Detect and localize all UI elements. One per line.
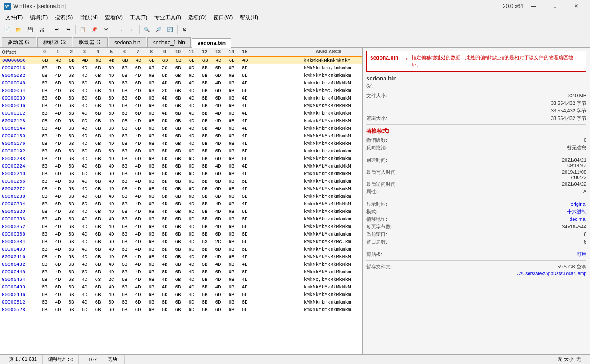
byte-cell[interactable]: 4D — [51, 141, 65, 146]
byte-cell[interactable]: 6B — [145, 80, 158, 86]
byte-cell[interactable]: 6B — [198, 186, 211, 192]
byte-cell[interactable]: 6B — [198, 232, 211, 237]
toolbar-save[interactable]: 💾 — [25, 24, 36, 35]
byte-cell[interactable]: 6B — [65, 186, 78, 192]
byte-cell[interactable]: 6B — [225, 292, 238, 297]
byte-cell[interactable]: 6B — [65, 88, 78, 93]
byte-cell[interactable]: 4D — [185, 133, 198, 139]
byte-cell[interactable]: 6B — [171, 111, 185, 116]
byte-cell[interactable]: 4D — [105, 179, 118, 184]
byte-cell[interactable]: 4D — [185, 201, 198, 207]
menu-item-navigate[interactable]: 导航(N) — [76, 13, 101, 22]
byte-cell[interactable]: 6B — [198, 58, 212, 63]
byte-cell[interactable]: 4D — [78, 216, 91, 222]
byte-cell[interactable]: 6B — [118, 186, 131, 192]
byte-cell[interactable]: 6B — [38, 254, 51, 260]
byte-cell[interactable]: 6B — [65, 300, 78, 305]
byte-cell[interactable]: 6B — [171, 164, 185, 169]
byte-cell[interactable]: 6B — [38, 216, 51, 222]
byte-cell[interactable]: 4D — [78, 254, 91, 260]
byte-cell[interactable]: 6D — [238, 156, 251, 161]
byte-cell[interactable]: 6B — [172, 58, 185, 63]
byte-cell[interactable]: 6B — [118, 307, 131, 312]
byte-cell[interactable]: 6B — [225, 73, 238, 78]
table-row[interactable]: 000002086B4D6B4D6B4D6B6D6B6D6B6D6B6D6B6D… — [0, 155, 362, 162]
byte-cell[interactable]: 6B — [198, 216, 211, 222]
menu-item-help[interactable]: 帮助(H) — [236, 13, 262, 22]
byte-cell[interactable]: 6D — [131, 96, 145, 101]
byte-cell[interactable]: 4D — [185, 111, 198, 116]
byte-cell[interactable]: 6B — [225, 209, 238, 214]
byte-cell[interactable]: 6D — [51, 80, 65, 86]
byte-cell[interactable]: 6B — [38, 156, 51, 161]
byte-cell[interactable]: 6B — [145, 133, 158, 139]
byte-cell[interactable]: 4D — [51, 88, 65, 93]
byte-cell[interactable]: 6B — [145, 96, 158, 101]
byte-cell[interactable]: 6D — [185, 65, 198, 71]
byte-cell[interactable]: 4D — [238, 141, 251, 146]
byte-cell[interactable]: 6D — [158, 179, 171, 184]
byte-cell[interactable]: 4D — [211, 209, 225, 214]
byte-cell[interactable]: 6B — [198, 96, 211, 101]
byte-cell[interactable]: 6B — [38, 277, 51, 282]
byte-cell[interactable]: 6B — [91, 179, 105, 184]
byte-cell[interactable]: 6D — [131, 111, 145, 116]
byte-cell[interactable]: 4D — [51, 164, 65, 169]
byte-cell[interactable]: 6D — [51, 96, 65, 101]
byte-cell[interactable]: 6B — [145, 209, 158, 214]
byte-cell[interactable]: 6B — [198, 111, 211, 116]
byte-cell[interactable]: 4D — [105, 254, 118, 260]
byte-cell[interactable]: 4D — [131, 292, 145, 297]
byte-cell[interactable]: 6B — [118, 269, 131, 275]
byte-cell[interactable]: 6B — [118, 194, 131, 199]
byte-cell[interactable]: 6B — [198, 126, 211, 131]
byte-cell[interactable]: 6B — [171, 118, 185, 124]
menu-item-view[interactable]: 查看(V) — [101, 13, 126, 22]
table-row[interactable]: 000000966B4D6B4D6B4D6B4D6B4D6B4D6B4D6B4D… — [0, 102, 362, 109]
byte-cell[interactable]: 4D — [131, 133, 145, 139]
byte-cell[interactable]: 4D — [211, 164, 225, 169]
table-row[interactable]: 000003686B4D6B4D6B4D6B4D6B6D6B6D6B6D6B6D… — [0, 230, 362, 238]
byte-cell[interactable]: 6B — [91, 80, 105, 86]
byte-cell[interactable]: 6D — [105, 65, 118, 71]
byte-cell[interactable]: 4D — [131, 88, 145, 93]
byte-cell[interactable]: 6D — [131, 307, 145, 312]
byte-cell[interactable]: 6B — [198, 179, 211, 184]
table-row[interactable]: 000000326B4D6B4D6B4D6B4D6B6D6B6D6B6D6B6D… — [0, 72, 362, 79]
byte-cell[interactable]: 6B — [171, 292, 185, 297]
byte-cell[interactable]: 4D — [105, 133, 118, 139]
byte-cell[interactable]: 6B — [38, 186, 51, 192]
byte-cell[interactable]: 4D — [51, 277, 65, 282]
byte-cell[interactable]: 4D — [238, 201, 251, 207]
table-row[interactable]: 000001126B4D6B4D6B6D6B6D6B4D6B4D6B4D6B4D… — [0, 109, 362, 117]
byte-cell[interactable]: 6B — [225, 111, 238, 116]
byte-cell[interactable]: 6B — [65, 179, 78, 184]
byte-cell[interactable]: 6B — [65, 156, 78, 161]
byte-cell[interactable]: 4D — [131, 141, 145, 146]
byte-cell[interactable]: 6D — [158, 216, 171, 222]
byte-cell[interactable]: 6B — [198, 164, 211, 169]
byte-cell[interactable]: 4D — [51, 216, 65, 222]
byte-cell[interactable]: 4D — [78, 164, 91, 169]
byte-cell[interactable]: 6B — [65, 247, 78, 252]
byte-cell[interactable]: 6B — [225, 118, 238, 124]
byte-cell[interactable]: 4D — [158, 262, 171, 267]
table-row[interactable]: 000001766B4D6B4D6B4D6B4D6B4D6B4D6B4D6B4D… — [0, 140, 362, 147]
byte-cell[interactable]: 4D — [131, 209, 145, 214]
byte-cell[interactable]: 6B — [65, 96, 78, 101]
byte-cell[interactable]: 4D — [105, 209, 118, 214]
menu-item-window[interactable]: 窗口(W) — [210, 13, 236, 22]
byte-cell[interactable]: 6B — [65, 262, 78, 267]
byte-cell[interactable]: 6D — [185, 148, 198, 154]
byte-cell[interactable]: 6B — [171, 201, 185, 207]
byte-cell[interactable]: 6B — [38, 300, 51, 305]
byte-cell[interactable]: 4D — [51, 111, 65, 116]
table-row[interactable]: 000001446B4D6B4D6B6D6B6D6B6D6B4D6B4D6B4D… — [0, 124, 362, 132]
byte-cell[interactable]: 4D — [105, 232, 118, 237]
byte-cell[interactable]: 6B — [91, 209, 105, 214]
table-row[interactable]: 000002246B4D6B4D6B4D6B4D6B6D6B6D6B4D6B4D… — [0, 162, 362, 170]
byte-cell[interactable]: 4D — [51, 269, 65, 275]
table-row[interactable]: 000004486B4D6B6D6B4D6B4D6B6D6B4D6B6D6B6D… — [0, 268, 362, 276]
menu-item-options[interactable]: 选项(O) — [185, 13, 210, 22]
byte-cell[interactable]: 6D — [211, 216, 225, 222]
